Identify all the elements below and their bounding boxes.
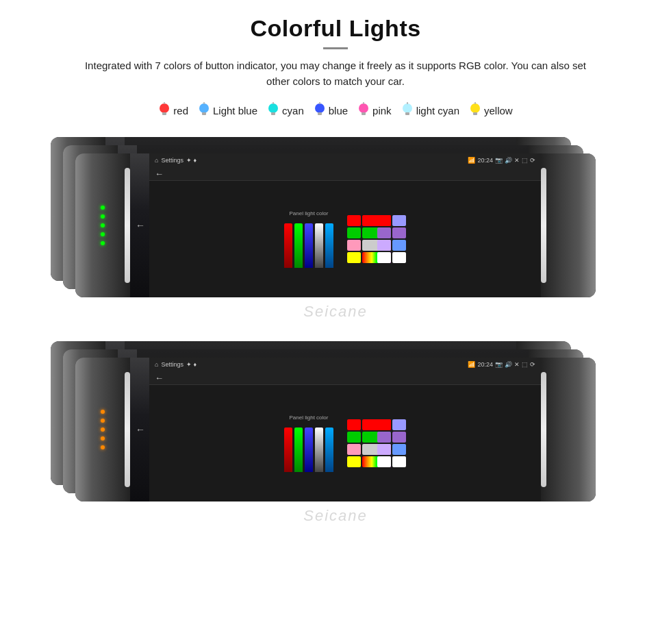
- color-label-yellow: yellow: [484, 105, 513, 116]
- android-time-top: 20:24: [477, 157, 493, 164]
- color-item-lightblue: Light blue: [198, 102, 257, 119]
- color-label-blue: blue: [329, 105, 348, 116]
- back-arrow-top[interactable]: ←: [155, 169, 164, 179]
- settings-title: Settings: [161, 157, 183, 164]
- back-arrow-bot[interactable]: ←: [155, 373, 164, 383]
- color-label-pink: pink: [372, 105, 392, 116]
- main-screen-top: ⌂ Settings ✦ ♦ 📶 20:24 📷🔊✕⬚⟳ ←: [149, 153, 541, 297]
- title-divider: [323, 47, 348, 49]
- page-title: Colorful Lights: [82, 15, 589, 42]
- color-label-lightblue: Light blue: [213, 105, 257, 116]
- svg-point-6: [268, 103, 278, 113]
- svg-point-3: [199, 103, 209, 113]
- bottom-stacked-unit: ← ←: [75, 341, 596, 523]
- svg-rect-19: [473, 112, 477, 115]
- bulb-icon-blue: [314, 102, 326, 119]
- color-label-red: red: [173, 105, 188, 116]
- side-left-1: [75, 153, 130, 297]
- panel-label-top: Panel light color: [290, 210, 329, 216]
- svg-rect-1: [162, 112, 166, 115]
- watermark-top: Seicane: [303, 303, 368, 321]
- android-content-top: Panel light color: [149, 181, 541, 297]
- android-time-bot: 20:24: [477, 361, 493, 368]
- android-navbar-top: ←: [149, 167, 541, 181]
- side-right-bot1: [541, 358, 596, 501]
- bottom-car-panel-group: ← ←: [0, 333, 671, 532]
- svg-point-0: [160, 103, 169, 113]
- svg-rect-7: [271, 112, 275, 115]
- android-navbar-bot: ←: [149, 371, 541, 385]
- svg-point-18: [470, 103, 480, 113]
- bulb-icon-yellow: [469, 102, 481, 119]
- color-bars-bot: [284, 424, 333, 472]
- top-car-panel-group: ← ←: [0, 129, 671, 327]
- bulb-icon-pink: [357, 102, 370, 119]
- svg-rect-16: [405, 112, 409, 115]
- svg-rect-4: [202, 112, 206, 115]
- car-unit-bot-layer1: ← ⌂ Settings ✦ ♦ 📶 20:24: [75, 358, 596, 501]
- header-section: Colorful Lights Integrated with 7 colors…: [82, 0, 589, 90]
- page: Colorful Lights Integrated with 7 colors…: [0, 0, 671, 644]
- settings-title-bot: Settings: [161, 361, 183, 368]
- panel-label-bot: Panel light color: [290, 414, 329, 421]
- bulb-icon-lightcyan: [401, 102, 414, 119]
- android-topbar-top: ⌂ Settings ✦ ♦ 📶 20:24 📷🔊✕⬚⟳: [149, 153, 541, 167]
- color-item-pink: pink: [357, 102, 392, 119]
- watermark-bottom: Seicane: [303, 507, 368, 525]
- svg-rect-10: [318, 112, 322, 115]
- svg-point-12: [359, 103, 368, 113]
- svg-rect-13: [362, 112, 366, 115]
- bulb-icon-red: [158, 102, 170, 119]
- side-left-bot1: [75, 358, 130, 501]
- color-item-yellow: yellow: [469, 102, 513, 119]
- bulb-icon-lightblue: [198, 102, 210, 119]
- top-stacked-unit: ← ←: [75, 137, 596, 319]
- bulb-icon-cyan: [267, 102, 279, 119]
- color-label-cyan: cyan: [282, 105, 304, 116]
- color-item-red: red: [158, 102, 188, 119]
- color-bars-top: [284, 220, 333, 268]
- car-unit-top-layer1: ← ⌂ Settings ✦ ♦ 📶 20:24: [75, 153, 596, 297]
- description-text: Integrated with 7 colors of button indic…: [82, 58, 589, 90]
- color-swatches-top: [347, 215, 406, 263]
- main-screen-bottom: ⌂ Settings ✦ ♦ 📶 20:24 📷🔊✕⬚⟳ ←: [149, 358, 541, 501]
- side-right-1: [541, 153, 596, 297]
- color-label-lightcyan: light cyan: [416, 105, 459, 116]
- android-topbar-bot: ⌂ Settings ✦ ♦ 📶 20:24 📷🔊✕⬚⟳: [149, 358, 541, 371]
- svg-point-15: [403, 103, 412, 113]
- android-content-bot: Panel light color: [149, 385, 541, 501]
- color-item-blue: blue: [314, 102, 348, 119]
- colors-row: red Light blue cyan: [158, 102, 512, 119]
- color-item-cyan: cyan: [267, 102, 304, 119]
- color-item-lightcyan: light cyan: [401, 102, 459, 119]
- svg-point-9: [315, 103, 325, 113]
- color-swatches-bot: [347, 419, 406, 467]
